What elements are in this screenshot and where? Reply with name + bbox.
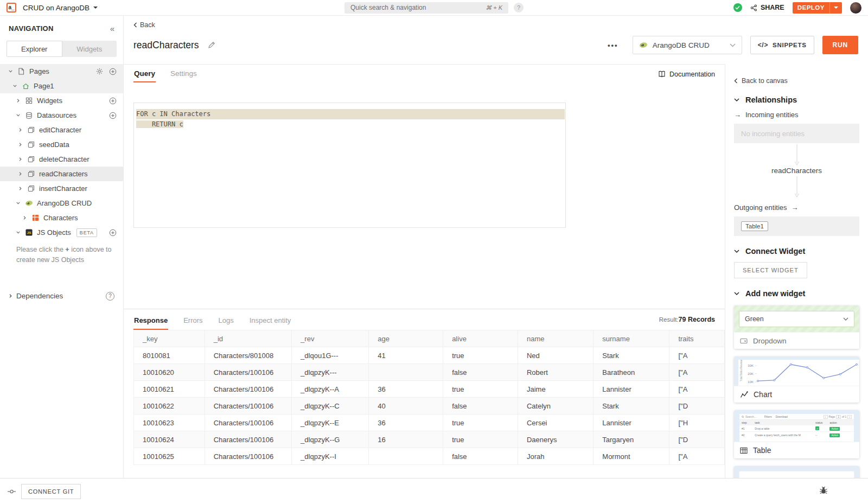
chevron-down-icon[interactable] — [14, 230, 22, 235]
column-header[interactable]: alive — [443, 330, 518, 347]
query-icon — [26, 126, 36, 133]
chevron-down-icon[interactable] — [14, 201, 22, 206]
tab-query[interactable]: Query — [133, 65, 156, 82]
app-name-menu[interactable]: CRUD on ArangoDB — [23, 4, 98, 12]
back-button[interactable]: Back — [133, 16, 155, 29]
sidebar-item-characters[interactable]: Characters — [0, 210, 123, 225]
column-header[interactable]: traits — [669, 330, 725, 347]
datasource-select[interactable]: ArangoDB CRUD — [633, 36, 742, 54]
widget-card-footer: Table — [734, 442, 859, 458]
chevron-down-icon — [730, 43, 736, 47]
column-header[interactable]: _key — [134, 330, 205, 347]
sidebar-item-insertcharacter[interactable]: insertCharacter — [0, 181, 123, 196]
tab-errors[interactable]: Errors — [183, 309, 203, 330]
connect-git-button[interactable]: CONNECT GIT — [21, 484, 81, 499]
chevron-right-icon[interactable] — [16, 171, 24, 176]
response-table-container[interactable]: _key _id _rev age alive name surname tra… — [133, 330, 725, 478]
dependencies-help-icon[interactable]: ? — [106, 292, 114, 301]
sidebar-item-seeddata[interactable]: seedData — [0, 137, 123, 152]
sidebar-item-js-objects[interactable]: JS JS Objects BETA — [0, 225, 123, 240]
snippets-button[interactable]: </> SNIPPETS — [750, 36, 814, 54]
sidebar-item-datasources[interactable]: Datasources — [0, 108, 123, 123]
documentation-link[interactable]: Documentation — [658, 66, 715, 82]
sidebar-item-page1[interactable]: Page1 — [0, 79, 123, 93]
chevron-down-icon[interactable] — [11, 84, 18, 88]
chevron-right-icon[interactable] — [21, 215, 28, 220]
add-widget-icon[interactable] — [109, 97, 117, 105]
select-widget-button[interactable]: SELECT WIDGET — [734, 262, 807, 278]
widget-card-table[interactable]: Search... Filters Download ‹ Page 1 — [734, 410, 859, 458]
add-js-object-icon[interactable] — [109, 229, 117, 237]
chevron-right-icon[interactable] — [16, 157, 24, 162]
table-row[interactable]: 8010081Characters/801008_dlqou1G---41tru… — [134, 347, 725, 364]
widget-card-label[interactable]: Label — [734, 466, 859, 478]
table-widget-preview: Search... Filters Download ‹ Page 1 — [734, 410, 859, 442]
aql-code-editor[interactable]: FOR c IN Characters RETURN c — [133, 103, 566, 228]
sidebar-item-label: Characters — [43, 214, 78, 222]
column-header[interactable]: _rev — [292, 330, 369, 347]
table-row[interactable]: 10010624Characters/100106_dlqpzyK--G16tr… — [134, 431, 725, 448]
git-commit-icon — [8, 488, 16, 495]
back-to-canvas-link[interactable]: Back to canvas — [734, 77, 788, 85]
table-row[interactable]: 10010622Characters/100106_dlqpzyK--C40fa… — [134, 398, 725, 414]
main-pane: Back readCharacters ••• ArangoDB CRUD </… — [124, 16, 868, 478]
widget-card-chart[interactable]: Total Order Revenue 30K 20K 10K — [734, 356, 859, 403]
tab-widgets[interactable]: Widgets — [62, 41, 117, 57]
appsmith-logo-icon[interactable]: a_ — [7, 3, 16, 12]
column-header[interactable]: name — [518, 330, 593, 347]
sidebar-item-editcharacter[interactable]: editCharacter — [0, 123, 123, 137]
chevron-down-icon — [93, 7, 98, 9]
gear-icon[interactable] — [96, 68, 103, 75]
arangodb-icon — [639, 41, 648, 49]
chevron-right-icon[interactable] — [16, 142, 24, 147]
chevron-down-icon[interactable] — [14, 113, 22, 118]
tab-inspect-entity[interactable]: Inspect entity — [249, 309, 292, 330]
column-header[interactable]: age — [369, 330, 443, 347]
sidebar-item-widgets[interactable]: Widgets — [0, 93, 123, 108]
tab-settings[interactable]: Settings — [170, 65, 197, 82]
edit-name-icon[interactable] — [208, 41, 215, 49]
chevron-right-icon[interactable] — [14, 98, 22, 103]
add-datasource-icon[interactable] — [109, 112, 117, 119]
chevron-down-icon[interactable] — [7, 69, 14, 74]
tab-logs[interactable]: Logs — [218, 309, 234, 330]
search-area: Quick search & navigation ⌘ + K ? — [344, 2, 524, 14]
avatar[interactable] — [850, 2, 861, 14]
more-actions-button[interactable]: ••• — [608, 41, 618, 49]
outgoing-entities-label: Outgoing entities → — [734, 203, 859, 212]
connect-widget-section-toggle[interactable]: Connect Widget — [734, 247, 859, 256]
debug-bug-icon[interactable] — [819, 486, 828, 495]
deploy-button[interactable]: DEPLOY — [793, 2, 842, 14]
widget-card-dropdown[interactable]: Green Dropdown — [734, 305, 859, 349]
tab-response[interactable]: Response — [133, 309, 168, 330]
run-button[interactable]: RUN — [822, 36, 858, 54]
deploy-menu-button[interactable] — [829, 2, 842, 14]
collapse-sidebar-icon[interactable]: « — [110, 24, 114, 33]
table-row[interactable]: 10010625Characters/100106_dlqpzyK--Ifals… — [134, 448, 725, 465]
add-widget-section-toggle[interactable]: Add new widget — [734, 289, 859, 298]
relationships-section-toggle[interactable]: Relationships — [734, 95, 859, 104]
sidebar-item-pages[interactable]: Pages — [0, 64, 123, 79]
response-table: _key _id _rev age alive name surname tra… — [133, 330, 725, 465]
tab-explorer[interactable]: Explorer — [7, 41, 62, 57]
chevron-right-icon[interactable] — [16, 186, 24, 191]
widget-label: Dropdown — [753, 337, 787, 345]
sidebar-item-arangodb-crud[interactable]: ArangoDB CRUD — [0, 196, 123, 210]
outgoing-entity-chip[interactable]: Table1 — [741, 221, 768, 231]
navigation-title: NAVIGATION — [9, 24, 54, 33]
add-page-icon[interactable] — [109, 68, 117, 75]
search-shortcut: ⌘ + K — [486, 4, 502, 11]
table-row[interactable]: 10010621Characters/100106_dlqpzyK--A36tr… — [134, 381, 725, 398]
share-button[interactable]: SHARE — [750, 4, 784, 11]
quick-search-input[interactable]: Quick search & navigation ⌘ + K — [344, 2, 508, 14]
sidebar-item-deletecharacter[interactable]: deleteCharacter — [0, 152, 123, 167]
table-row[interactable]: 10010620Characters/100106_dlqpzyK---fals… — [134, 364, 725, 381]
chevron-right-icon[interactable] — [16, 127, 24, 132]
column-header[interactable]: surname — [593, 330, 669, 347]
sidebar-item-dependencies[interactable]: Dependencies ? — [0, 286, 123, 306]
column-header[interactable]: _id — [205, 330, 291, 347]
sidebar-item-readcharacters[interactable]: readCharacters — [0, 167, 123, 181]
help-icon[interactable]: ? — [514, 3, 524, 12]
table-row[interactable]: 10010623Characters/100106_dlqpzyK--E36tr… — [134, 414, 725, 431]
label-preview-text: Label — [739, 471, 854, 478]
